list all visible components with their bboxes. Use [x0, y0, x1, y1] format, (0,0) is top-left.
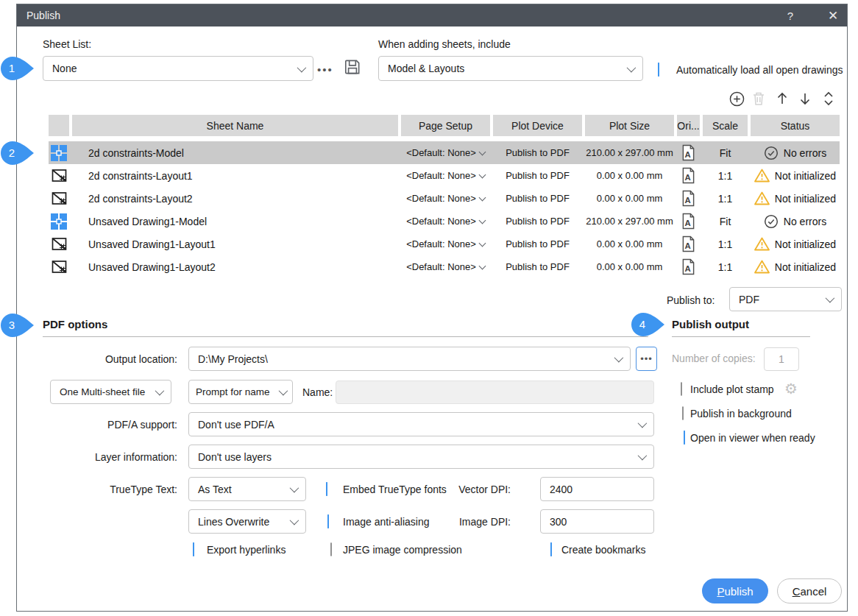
- viewer-label[interactable]: Open in viewer when ready: [690, 432, 815, 444]
- antialias-checkbox[interactable]: [327, 514, 329, 528]
- column-header-plot-device: Plot Device: [493, 115, 582, 136]
- sheet-row[interactable]: Unsaved Drawing1-Layout2<Default: None>P…: [49, 255, 840, 278]
- naming-select[interactable]: Prompt for name: [188, 380, 293, 404]
- viewer-checkbox[interactable]: [684, 431, 685, 445]
- reorder-button[interactable]: [819, 89, 838, 108]
- vector-dpi-input[interactable]: 2400: [540, 477, 654, 501]
- plot-stamp-settings-button[interactable]: ⚙: [784, 381, 798, 396]
- background-label[interactable]: Publish in background: [690, 408, 792, 419]
- browse-output-button[interactable]: •••: [636, 347, 657, 371]
- plot-device-cell[interactable]: Publish to PDF: [493, 187, 582, 210]
- orientation-cell[interactable]: A: [677, 164, 700, 187]
- orientation-cell[interactable]: A: [677, 210, 700, 233]
- svg-text:A: A: [684, 196, 690, 205]
- publish-to-select[interactable]: PDF: [729, 287, 842, 311]
- plot-stamp-label[interactable]: Include plot stamp: [690, 383, 774, 395]
- hyperlinks-checkbox[interactable]: [193, 542, 194, 556]
- plot-size-cell[interactable]: 210.00 x 297.00 mm: [585, 210, 674, 233]
- delete-sheet-button[interactable]: [749, 89, 768, 108]
- multisheet-select[interactable]: One Multi-sheet file: [50, 380, 171, 404]
- scale-cell[interactable]: 1:1: [703, 255, 748, 278]
- cancel-button[interactable]: Cancel: [777, 578, 842, 603]
- layout-uninitialized-icon: [52, 259, 67, 275]
- plot-stamp-checkbox[interactable]: [681, 382, 682, 396]
- warning-icon: [754, 169, 770, 183]
- orientation-cell[interactable]: A: [677, 187, 700, 210]
- when-adding-select[interactable]: Model & Layouts: [378, 56, 643, 81]
- layer-select[interactable]: Don't use layers: [188, 445, 654, 469]
- sheet-name-cell[interactable]: Unsaved Drawing1-Layout2: [72, 255, 398, 278]
- sheet-row[interactable]: 2d constraints-Model<Default: None>Publi…: [49, 141, 840, 164]
- layout-icon-cell: [49, 187, 69, 210]
- pdfa-label: PDF/A support:: [43, 419, 177, 431]
- plot-size-cell[interactable]: 210.00 x 297.00 mm: [585, 141, 674, 164]
- image-dpi-input[interactable]: 300: [540, 509, 654, 534]
- sheet-name-cell[interactable]: Unsaved Drawing1-Model: [72, 210, 398, 233]
- save-sheet-list-button[interactable]: [343, 57, 362, 79]
- publish-button[interactable]: Publish: [702, 578, 768, 603]
- pdfa-select[interactable]: Don't use PDF/A: [188, 412, 654, 436]
- plot-device-cell[interactable]: Publish to PDF: [493, 210, 582, 233]
- page-setup-dropdown-cell[interactable]: <Default: None>: [401, 187, 490, 210]
- move-down-button[interactable]: [795, 89, 815, 108]
- plot-device-cell[interactable]: Publish to PDF: [493, 141, 582, 164]
- jpeg-label[interactable]: JPEG image compression: [343, 544, 462, 556]
- scale-cell[interactable]: 1:1: [703, 164, 748, 187]
- sheet-name-cell[interactable]: 2d constraints-Layout2: [72, 187, 398, 210]
- sheet-list-select[interactable]: None: [43, 56, 313, 81]
- plot-size-cell[interactable]: 0.00 x 0.00 mm: [585, 164, 674, 187]
- jpeg-checkbox[interactable]: [330, 542, 332, 556]
- close-button[interactable]: ✕: [820, 4, 845, 26]
- sheet-table-header: Sheet NamePage SetupPlot DevicePlot Size…: [49, 115, 840, 136]
- sheet-name-cell[interactable]: Unsaved Drawing1-Layout1: [72, 233, 398, 255]
- scale-cell[interactable]: Fit: [703, 210, 748, 233]
- titlebar[interactable]: Publish ? ✕: [17, 4, 847, 26]
- page-setup-dropdown-cell[interactable]: <Default: None>: [401, 141, 490, 164]
- orientation-cell[interactable]: A: [677, 255, 700, 278]
- page-setup-dropdown-cell[interactable]: <Default: None>: [401, 233, 490, 255]
- plot-device-cell[interactable]: Publish to PDF: [493, 255, 582, 278]
- layout-uninitialized-icon: [52, 168, 67, 183]
- sheet-row[interactable]: 2d constraints-Layout1<Default: None>Pub…: [49, 164, 840, 187]
- add-sheet-button[interactable]: [727, 89, 746, 108]
- orientation-cell[interactable]: A: [677, 141, 700, 164]
- plot-size-cell[interactable]: 0.00 x 0.00 mm: [585, 233, 674, 255]
- page-setup-dropdown-cell[interactable]: <Default: None>: [401, 164, 490, 187]
- page-setup-dropdown-cell[interactable]: <Default: None>: [401, 210, 490, 233]
- orientation-cell[interactable]: A: [677, 233, 700, 255]
- lines-merge-select[interactable]: Lines Overwrite: [188, 509, 306, 534]
- sheet-row[interactable]: Unsaved Drawing1-Layout1<Default: None>P…: [49, 233, 840, 255]
- output-location-value: D:\My Projects\: [198, 353, 268, 365]
- copies-input[interactable]: 1: [764, 347, 799, 371]
- plot-size-cell[interactable]: 0.00 x 0.00 mm: [585, 255, 674, 278]
- bookmarks-checkbox[interactable]: [550, 542, 552, 556]
- ttf-select[interactable]: As Text: [188, 477, 306, 501]
- sheet-name-cell[interactable]: 2d constraints-Model: [72, 141, 398, 164]
- sheet-list-more-button[interactable]: •••: [317, 63, 333, 76]
- name-input[interactable]: [336, 380, 654, 404]
- plot-device-cell[interactable]: Publish to PDF: [493, 164, 582, 187]
- sheet-row[interactable]: 2d constraints-Layout2<Default: None>Pub…: [49, 187, 840, 210]
- pdfa-value: Don't use PDF/A: [198, 419, 274, 431]
- background-checkbox[interactable]: [682, 406, 684, 420]
- plot-device-cell[interactable]: Publish to PDF: [493, 233, 582, 255]
- page-setup-dropdown-cell[interactable]: <Default: None>: [401, 255, 490, 278]
- auto-load-label[interactable]: Automatically load all open drawings: [676, 64, 843, 76]
- bookmarks-label[interactable]: Create bookmarks: [561, 544, 645, 556]
- sheet-row[interactable]: Unsaved Drawing1-Model<Default: None>Pub…: [49, 210, 840, 233]
- scale-cell[interactable]: 1:1: [703, 187, 748, 210]
- auto-load-checkbox[interactable]: [658, 63, 659, 77]
- column-header-page-setup: Page Setup: [401, 115, 490, 136]
- svg-text:4: 4: [639, 318, 645, 330]
- sheet-name-cell[interactable]: 2d constraints-Layout1: [72, 164, 398, 187]
- antialias-label[interactable]: Image anti-aliasing: [343, 516, 430, 528]
- scale-cell[interactable]: Fit: [703, 141, 748, 164]
- plot-size-cell[interactable]: 0.00 x 0.00 mm: [585, 187, 674, 210]
- output-location-combobox[interactable]: D:\My Projects\: [188, 347, 631, 371]
- hyperlinks-label[interactable]: Export hyperlinks: [207, 544, 286, 556]
- help-button[interactable]: ?: [778, 4, 803, 26]
- embed-ttf-checkbox[interactable]: [326, 482, 327, 496]
- warning-icon: [754, 260, 770, 274]
- scale-cell[interactable]: 1:1: [703, 233, 748, 255]
- move-up-button[interactable]: [773, 89, 792, 108]
